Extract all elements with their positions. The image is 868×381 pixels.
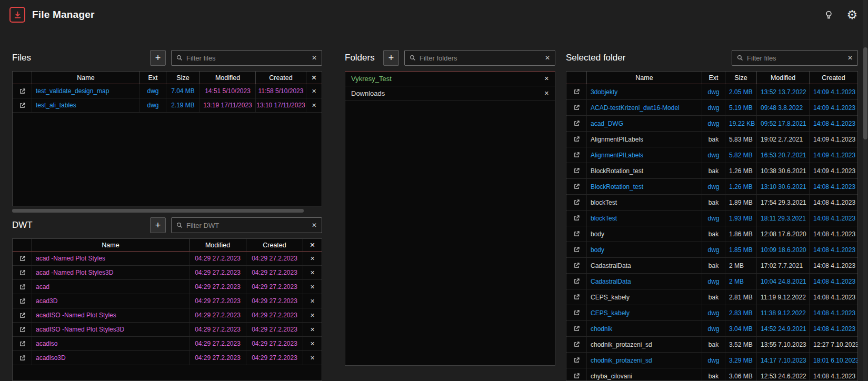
clear-search-icon[interactable]: ✕: [545, 54, 550, 62]
dwt-row[interactable]: acadiso3D 04:29 27.2.2023 04:29 27.2.202…: [13, 351, 322, 365]
add-dwt-button[interactable]: +: [150, 217, 166, 233]
remove-dwt-icon[interactable]: ✕: [310, 255, 315, 262]
folders-filter-input[interactable]: [420, 54, 541, 62]
add-file-button[interactable]: +: [150, 50, 166, 66]
column-header-ext[interactable]: Ext: [702, 72, 725, 84]
open-dwt-icon[interactable]: [19, 326, 26, 333]
dwt-filter-input[interactable]: [186, 222, 308, 229]
file-row[interactable]: test_ali_tables dwg 2.19 MB 13:19 17/11/…: [13, 98, 322, 113]
column-header-name[interactable]: Name: [32, 72, 139, 84]
selected-file-row[interactable]: acad_DWG dwg 19.22 KB 09:52 17.8.2021 14…: [566, 116, 857, 132]
open-dwt-icon[interactable]: [19, 255, 26, 262]
selected-file-row[interactable]: chyba_cilovani bak 3.06 MB 12:53 24.6.20…: [566, 368, 857, 381]
column-header-close[interactable]: ✕: [306, 72, 322, 84]
scrollbar-thumb[interactable]: [12, 209, 304, 213]
selected-file-row[interactable]: CadastralData bak 2 MB 17:02 7.7.2021 14…: [566, 258, 857, 274]
open-dwt-icon[interactable]: [19, 298, 26, 305]
open-file-icon[interactable]: [19, 102, 26, 109]
remove-dwt-icon[interactable]: ✕: [310, 269, 315, 276]
open-file-icon[interactable]: [573, 183, 580, 190]
selected-file-row[interactable]: blockTest bak 1.89 MB 17:54 29.3.2021 14…: [566, 195, 857, 210]
open-file-icon[interactable]: [573, 246, 580, 253]
column-header-name[interactable]: Name: [32, 239, 189, 251]
column-header-close[interactable]: ✕: [303, 239, 322, 251]
dwt-row[interactable]: acad3D 04:29 27.2.2023 04:29 27.2.2023 ✕: [13, 294, 322, 308]
remove-dwt-icon[interactable]: ✕: [310, 284, 315, 290]
open-file-icon[interactable]: [573, 262, 580, 269]
dwt-row[interactable]: acad 04:29 27.2.2023 04:29 27.2.2023 ✕: [13, 280, 322, 294]
folder-item[interactable]: Vykresy_Test ✕: [345, 72, 555, 86]
column-header-size[interactable]: Size: [725, 72, 756, 84]
open-dwt-icon[interactable]: [19, 355, 26, 362]
scrollbar-thumb[interactable]: [863, 47, 867, 139]
dwt-row[interactable]: acad -Named Plot Styles3D 04:29 27.2.202…: [13, 266, 322, 280]
selected-file-row[interactable]: chodnik_protazeni_sd bak 3.52 MB 13:55 7…: [566, 337, 857, 353]
remove-dwt-icon[interactable]: ✕: [310, 312, 315, 319]
selected-folder-filter-input[interactable]: [747, 54, 844, 62]
dwt-row[interactable]: acadISO -Named Plot Styles3D 04:29 27.2.…: [13, 323, 322, 337]
column-header-ext[interactable]: Ext: [139, 72, 166, 84]
column-header-created[interactable]: Created: [246, 239, 303, 251]
remove-dwt-icon[interactable]: ✕: [310, 340, 315, 347]
selected-file-row[interactable]: CEPS_kabely dwg 2.83 MB 11:38 9.12.2022 …: [566, 305, 857, 321]
selected-file-row[interactable]: AlignmentPILabels dwg 5.82 MB 16:53 20.7…: [566, 147, 857, 163]
open-file-icon[interactable]: [573, 152, 580, 158]
selected-file-row[interactable]: CadastralData dwg 2 MB 10:04 24.8.2021 1…: [566, 274, 857, 289]
open-file-icon[interactable]: [573, 120, 580, 127]
selected-file-row[interactable]: chodnik_protazeni_sd dwg 3.29 MB 14:17 7…: [566, 353, 857, 368]
dwt-row[interactable]: acad -Named Plot Styles 04:29 27.2.2023 …: [13, 252, 322, 266]
open-file-icon[interactable]: [573, 278, 580, 285]
open-file-icon[interactable]: [19, 88, 26, 95]
open-file-icon[interactable]: [573, 294, 580, 300]
selected-file-row[interactable]: body dwg 1.85 MB 10:09 18.6.2020 14:08 4…: [566, 242, 857, 258]
gear-icon[interactable]: ⚙: [846, 9, 857, 21]
dwt-row[interactable]: acadISO -Named Plot Styles 04:29 27.2.20…: [13, 308, 322, 323]
open-file-icon[interactable]: [573, 357, 580, 364]
remove-file-icon[interactable]: ✕: [312, 102, 316, 109]
files-filter-input[interactable]: [186, 54, 308, 62]
open-file-icon[interactable]: [573, 167, 580, 174]
folder-item[interactable]: Downloads ✕: [345, 86, 555, 101]
open-dwt-icon[interactable]: [19, 269, 26, 276]
selected-file-row[interactable]: ACAD-testKrizeni_dwt16-Model dwg 5.19 MB…: [566, 100, 857, 116]
open-file-icon[interactable]: [573, 88, 580, 95]
column-header-name[interactable]: Name: [586, 72, 702, 84]
open-dwt-icon[interactable]: [19, 340, 26, 347]
open-file-icon[interactable]: [573, 325, 580, 332]
selected-file-row[interactable]: BlockRotation_test dwg 1.26 MB 13:10 30.…: [566, 179, 857, 195]
selected-file-row[interactable]: AlignmentPILabels bak 5.83 MB 19:02 2.7.…: [566, 132, 857, 147]
selected-file-row[interactable]: body bak 1.86 MB 12:08 17.6.2020 14:08 4…: [566, 226, 857, 242]
files-horizontal-scrollbar[interactable]: [12, 209, 322, 213]
page-vertical-scrollbar[interactable]: [863, 0, 867, 381]
selected-file-row[interactable]: CEPS_kabely bak 2.81 MB 11:19 9.12.2022 …: [566, 289, 857, 305]
column-header-modified[interactable]: Modified: [189, 239, 246, 251]
clear-search-icon[interactable]: ✕: [312, 222, 317, 229]
open-file-icon[interactable]: [573, 104, 580, 111]
clear-search-icon[interactable]: ✕: [847, 54, 853, 62]
open-file-icon[interactable]: [573, 373, 580, 379]
selected-file-row[interactable]: chodnik dwg 3.04 MB 14:52 24.9.2021 14:0…: [566, 321, 857, 337]
open-file-icon[interactable]: [573, 136, 580, 143]
selected-file-row[interactable]: BlockRotation_test bak 1.26 MB 10:38 30.…: [566, 163, 857, 179]
column-header-created[interactable]: Created: [809, 72, 857, 84]
add-folder-button[interactable]: +: [383, 50, 399, 66]
selected-file-row[interactable]: blockTest dwg 1.93 MB 18:11 29.3.2021 14…: [566, 210, 857, 226]
column-header-created[interactable]: Created: [255, 72, 306, 84]
open-file-icon[interactable]: [573, 341, 580, 348]
clear-search-icon[interactable]: ✕: [312, 54, 317, 62]
column-header-size[interactable]: Size: [166, 72, 199, 84]
file-row[interactable]: test_validate_design_map dwg 7.04 MB 14:…: [13, 84, 322, 98]
selected-file-row[interactable]: 3dobjekty dwg 2.05 MB 13:52 13.7.2022 14…: [566, 84, 857, 100]
open-file-icon[interactable]: [573, 199, 580, 206]
open-dwt-icon[interactable]: [19, 312, 26, 319]
open-file-icon[interactable]: [573, 309, 580, 316]
remove-file-icon[interactable]: ✕: [312, 88, 316, 95]
remove-folder-icon[interactable]: ✕: [544, 75, 549, 82]
column-header-modified[interactable]: Modified: [199, 72, 255, 84]
column-header-modified[interactable]: Modified: [756, 72, 809, 84]
remove-folder-icon[interactable]: ✕: [544, 90, 549, 97]
remove-dwt-icon[interactable]: ✕: [310, 326, 315, 333]
remove-dwt-icon[interactable]: ✕: [310, 355, 315, 362]
open-dwt-icon[interactable]: [19, 284, 26, 290]
remove-dwt-icon[interactable]: ✕: [310, 298, 315, 305]
